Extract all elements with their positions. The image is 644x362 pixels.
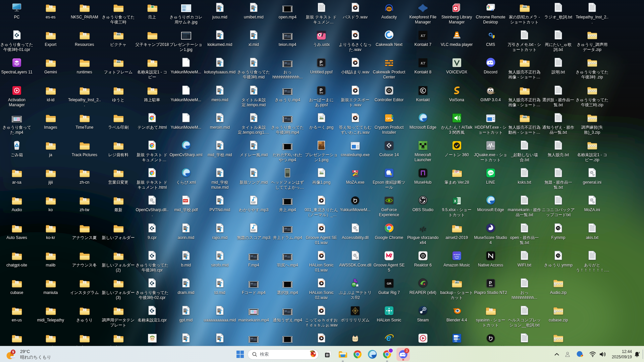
svg-text:KT: KT	[420, 61, 425, 65]
svg-text:LINE: LINE	[488, 172, 493, 174]
svg-text:CPI: CPI	[386, 117, 390, 120]
svg-text:9: 9	[12, 350, 14, 354]
svg-text:NT2: NT2	[320, 92, 323, 94]
svg-text:MP3: MP3	[252, 201, 255, 203]
svg-text:NT2: NT2	[320, 64, 323, 66]
svg-text:NT2: NT2	[489, 285, 492, 287]
svg-text:z: z	[639, 351, 640, 354]
svg-text:X: X	[454, 199, 457, 203]
svg-text:music: music	[454, 255, 460, 257]
svg-text:KT: KT	[420, 34, 425, 38]
svg-text:sfz: sfz	[419, 226, 426, 232]
svg-text:PDF: PDF	[183, 200, 187, 202]
svg-text:MoZA: MoZA	[354, 175, 359, 177]
svg-text:MP3: MP3	[252, 229, 255, 231]
svg-text:GR: GR	[387, 282, 391, 285]
